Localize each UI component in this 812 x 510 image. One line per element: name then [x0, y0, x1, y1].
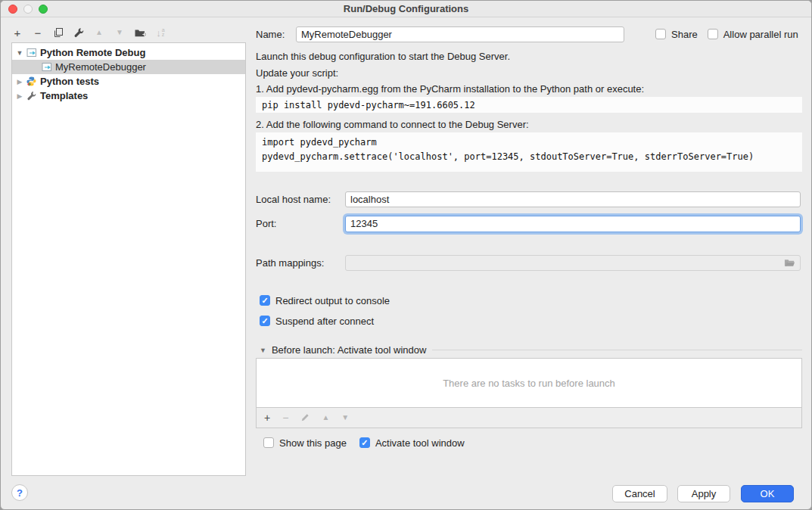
- tree-item-python-tests[interactable]: ▶ Python tests: [12, 74, 245, 89]
- sort-configurations-button[interactable]: ↓ az: [154, 26, 166, 39]
- instructions-update: Update your script:: [256, 67, 338, 79]
- sort-arrow-icon: ↓: [156, 28, 161, 38]
- title-bar[interactable]: Run/Debug Configurations: [1, 1, 811, 17]
- activate-tool-window-checkbox[interactable]: [359, 437, 370, 448]
- before-launch-task-list[interactable]: There are no tasks to run before launch: [256, 358, 802, 408]
- minus-icon: −: [282, 412, 288, 423]
- allow-parallel-run-checkbox[interactable]: [708, 29, 718, 39]
- help-button[interactable]: ?: [11, 484, 28, 501]
- redirect-output-label[interactable]: Redirect output to console: [275, 295, 390, 306]
- down-arrow-icon: ▼: [341, 414, 349, 421]
- ok-button[interactable]: OK: [741, 485, 794, 502]
- move-down-button[interactable]: ▼: [114, 26, 126, 39]
- cancel-button[interactable]: Cancel: [612, 485, 667, 502]
- configurations-toolbar: + − ▲ ▼ ↓ az: [11, 23, 166, 42]
- new-folder-icon: [134, 27, 146, 38]
- path-mappings-input[interactable]: [345, 255, 801, 271]
- show-this-page-checkbox[interactable]: [263, 437, 274, 448]
- add-configuration-button[interactable]: +: [11, 26, 23, 39]
- apply-button[interactable]: Apply: [677, 485, 730, 502]
- tree-item-label: Templates: [40, 90, 88, 101]
- remove-task-button[interactable]: −: [282, 412, 288, 423]
- edit-task-button[interactable]: [300, 413, 310, 422]
- sort-az-icon: az: [162, 28, 165, 37]
- run-debug-configurations-dialog: Run/Debug Configurations + − ▲ ▼ ↓: [0, 0, 812, 510]
- activate-tool-window-label[interactable]: Activate tool window: [375, 437, 465, 449]
- window-title: Run/Debug Configurations: [344, 3, 468, 14]
- path-mappings-label: Path mappings:: [256, 257, 345, 269]
- collapse-arrow-icon[interactable]: ▶: [15, 92, 24, 100]
- copy-icon: [53, 27, 64, 38]
- before-launch-header[interactable]: Before launch: Activate tool window: [272, 344, 427, 356]
- instructions-step1: 1. Add pydevd-pycharm.egg from the PyCha…: [256, 83, 644, 95]
- configurations-tree: ▼ Python Remote Debug MyRemoteDebugger ▶: [11, 42, 246, 476]
- local-host-name-input[interactable]: [345, 191, 801, 207]
- port-label: Port:: [256, 218, 345, 229]
- minus-icon: −: [35, 27, 42, 39]
- allow-parallel-run-label[interactable]: Allow parallel run: [723, 29, 798, 40]
- move-up-button[interactable]: ▲: [93, 26, 105, 39]
- configuration-form: Name: Share Allow parallel run Launch th…: [256, 22, 802, 479]
- share-checkbox[interactable]: [655, 29, 666, 39]
- name-input[interactable]: [296, 26, 624, 42]
- no-tasks-message: There are no tasks to run before launch: [443, 378, 615, 389]
- plus-icon: +: [14, 27, 21, 39]
- local-host-name-label: Local host name:: [256, 194, 345, 205]
- question-mark-icon: ?: [17, 487, 23, 499]
- show-this-page-label[interactable]: Show this page: [279, 437, 347, 449]
- move-task-down-button[interactable]: ▼: [341, 414, 349, 421]
- before-launch-collapse-icon[interactable]: ▼: [260, 347, 266, 354]
- pencil-icon: [300, 413, 310, 422]
- suspend-after-connect-label[interactable]: Suspend after connect: [275, 316, 374, 327]
- instructions-step2: 2. Add the following command to connect …: [256, 119, 529, 130]
- down-arrow-icon: ▼: [116, 29, 123, 36]
- tree-item-templates[interactable]: ▶ Templates: [12, 89, 245, 103]
- up-arrow-icon: ▲: [322, 414, 329, 421]
- code-line: pydevd_pycharm.settrace('localhost', por…: [262, 150, 796, 164]
- redirect-output-checkbox[interactable]: [260, 295, 270, 306]
- plus-icon: +: [264, 412, 270, 423]
- share-checkbox-label[interactable]: Share: [671, 29, 698, 40]
- separator-line: [432, 350, 802, 350]
- tree-item-label: Python Remote Debug: [40, 47, 145, 58]
- run-config-icon: [26, 48, 37, 58]
- new-folder-button[interactable]: [134, 26, 146, 39]
- pip-install-code[interactable]: pip install pydevd-pycharm~=191.6605.12: [256, 97, 802, 113]
- tree-item-label: Python tests: [40, 76, 99, 87]
- python-tests-icon: [26, 76, 37, 87]
- tree-item-label: MyRemoteDebugger: [55, 61, 146, 73]
- minimize-window-button[interactable]: [23, 5, 33, 14]
- remove-configuration-button[interactable]: −: [32, 26, 44, 39]
- expand-arrow-icon[interactable]: ▼: [15, 49, 24, 57]
- close-window-button[interactable]: [8, 5, 17, 14]
- collapse-arrow-icon[interactable]: ▶: [15, 78, 24, 86]
- run-config-icon: [41, 62, 52, 73]
- zoom-window-button[interactable]: [39, 5, 48, 14]
- instructions-intro: Launch this debug configuration to start…: [256, 51, 510, 62]
- browse-folder-icon[interactable]: [784, 258, 795, 270]
- suspend-after-connect-checkbox[interactable]: [260, 316, 270, 326]
- settrace-code[interactable]: import pydevd_pycharm pydevd_pycharm.set…: [256, 132, 802, 172]
- code-line: import pydevd_pycharm: [262, 135, 796, 150]
- copy-configuration-button[interactable]: [52, 26, 64, 39]
- port-input[interactable]: [345, 216, 801, 232]
- move-task-up-button[interactable]: ▲: [322, 414, 329, 421]
- task-list-toolbar: + − ▲ ▼: [256, 408, 802, 428]
- tree-item-myremotedebugger[interactable]: MyRemoteDebugger: [12, 60, 245, 74]
- edit-defaults-button[interactable]: [73, 26, 85, 39]
- add-task-button[interactable]: +: [264, 412, 270, 423]
- wrench-icon: [73, 27, 84, 38]
- up-arrow-icon: ▲: [95, 29, 103, 36]
- tree-item-python-remote-debug[interactable]: ▼ Python Remote Debug: [12, 45, 245, 60]
- name-label: Name:: [256, 29, 296, 40]
- templates-wrench-icon: [26, 91, 37, 101]
